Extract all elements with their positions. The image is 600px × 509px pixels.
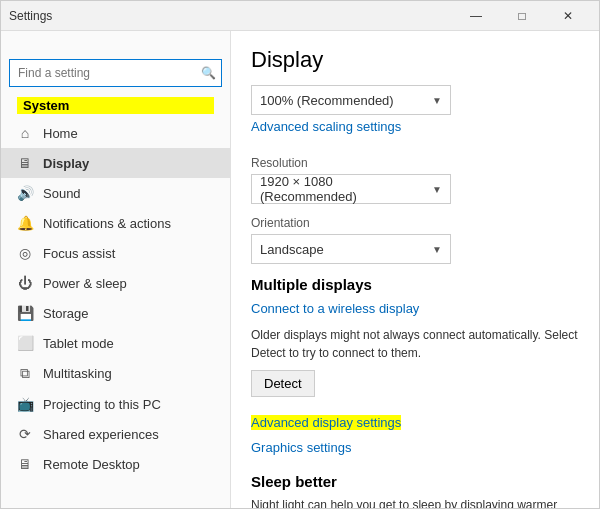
sidebar-item-shared[interactable]: ⟳ Shared experiences bbox=[1, 419, 230, 449]
sidebar-item-storage[interactable]: 💾 Storage bbox=[1, 298, 230, 328]
sidebar-item-label: Display bbox=[43, 156, 89, 171]
dropdown-arrow-icon: ▼ bbox=[432, 184, 442, 195]
resolution-section: Resolution 1920 × 1080 (Recommended) ▼ bbox=[251, 156, 579, 204]
display-icon: 🖥 bbox=[17, 155, 33, 171]
dropdown-arrow-icon: ▼ bbox=[432, 95, 442, 106]
sidebar-item-projecting[interactable]: 📺 Projecting to this PC bbox=[1, 389, 230, 419]
sidebar-item-focus[interactable]: ◎ Focus assist bbox=[1, 238, 230, 268]
notifications-icon: 🔔 bbox=[17, 215, 33, 231]
system-badge: System bbox=[17, 97, 214, 114]
sidebar-item-multitasking[interactable]: ⧉ Multitasking bbox=[1, 358, 230, 389]
window-controls: — □ ✕ bbox=[453, 1, 591, 31]
orientation-dropdown[interactable]: Landscape ▼ bbox=[251, 234, 451, 264]
dropdown-arrow-icon: ▼ bbox=[432, 244, 442, 255]
main-container: 🔍 System ⌂ Home 🖥 Display 🔊 Sound 🔔 Noti… bbox=[1, 31, 599, 508]
multiple-displays-heading: Multiple displays bbox=[251, 276, 579, 293]
sleep-better-section: Sleep better Night light can help you ge… bbox=[251, 473, 579, 508]
projecting-icon: 📺 bbox=[17, 396, 33, 412]
advanced-scaling-link[interactable]: Advanced scaling settings bbox=[251, 119, 401, 134]
title-bar: Settings — □ ✕ bbox=[1, 1, 599, 31]
resolution-value: 1920 × 1080 (Recommended) bbox=[260, 174, 432, 204]
content-panel: Display 100% (Recommended) ▼ Advanced sc… bbox=[231, 31, 599, 508]
page-title: Display bbox=[251, 47, 579, 73]
orientation-value: Landscape bbox=[260, 242, 324, 257]
sidebar-item-label: Shared experiences bbox=[43, 427, 159, 442]
orientation-label: Orientation bbox=[251, 216, 579, 230]
close-button[interactable]: ✕ bbox=[545, 1, 591, 31]
sidebar-item-tablet[interactable]: ⬜ Tablet mode bbox=[1, 328, 230, 358]
scale-value: 100% (Recommended) bbox=[260, 93, 394, 108]
sidebar-item-home[interactable]: ⌂ Home bbox=[1, 118, 230, 148]
maximize-button[interactable]: □ bbox=[499, 1, 545, 31]
minimize-button[interactable]: — bbox=[453, 1, 499, 31]
sidebar-item-label: Remote Desktop bbox=[43, 457, 140, 472]
home-icon: ⌂ bbox=[17, 125, 33, 141]
sleep-better-text: Night light can help you get to sleep by… bbox=[251, 496, 579, 508]
sidebar-item-label: Focus assist bbox=[43, 246, 115, 261]
focus-icon: ◎ bbox=[17, 245, 33, 261]
search-icon: 🔍 bbox=[201, 66, 216, 80]
sidebar-item-label: Projecting to this PC bbox=[43, 397, 161, 412]
sidebar-item-power[interactable]: ⏻ Power & sleep bbox=[1, 268, 230, 298]
settings-window: Settings — □ ✕ 🔍 System ⌂ Home 🖥 Display bbox=[0, 0, 600, 509]
sound-icon: 🔊 bbox=[17, 185, 33, 201]
sidebar-item-label: Home bbox=[43, 126, 78, 141]
sidebar-item-notifications[interactable]: 🔔 Notifications & actions bbox=[1, 208, 230, 238]
sidebar-item-label: Power & sleep bbox=[43, 276, 127, 291]
sidebar: 🔍 System ⌂ Home 🖥 Display 🔊 Sound 🔔 Noti… bbox=[1, 31, 231, 508]
sidebar-header bbox=[1, 31, 230, 55]
orientation-section: Orientation Landscape ▼ bbox=[251, 216, 579, 264]
multitasking-icon: ⧉ bbox=[17, 365, 33, 382]
remote-icon: 🖥 bbox=[17, 456, 33, 472]
detect-button[interactable]: Detect bbox=[251, 370, 315, 397]
shared-icon: ⟳ bbox=[17, 426, 33, 442]
power-icon: ⏻ bbox=[17, 275, 33, 291]
resolution-label: Resolution bbox=[251, 156, 579, 170]
older-displays-text: Older displays might not always connect … bbox=[251, 326, 579, 362]
connect-wireless-link[interactable]: Connect to a wireless display bbox=[251, 301, 419, 316]
sleep-better-heading: Sleep better bbox=[251, 473, 579, 490]
sidebar-item-label: Storage bbox=[43, 306, 89, 321]
sidebar-item-label: Notifications & actions bbox=[43, 216, 171, 231]
sidebar-item-sound[interactable]: 🔊 Sound bbox=[1, 178, 230, 208]
search-box[interactable]: 🔍 bbox=[9, 59, 222, 87]
search-input[interactable] bbox=[9, 59, 222, 87]
advanced-display-link[interactable]: Advanced display settings bbox=[251, 415, 401, 430]
tablet-icon: ⬜ bbox=[17, 335, 33, 351]
sidebar-item-label: Tablet mode bbox=[43, 336, 114, 351]
window-title: Settings bbox=[9, 9, 453, 23]
sidebar-item-label: Multitasking bbox=[43, 366, 112, 381]
sidebar-item-remote[interactable]: 🖥 Remote Desktop bbox=[1, 449, 230, 479]
storage-icon: 💾 bbox=[17, 305, 33, 321]
sidebar-item-display[interactable]: 🖥 Display bbox=[1, 148, 230, 178]
multiple-displays-section: Multiple displays Connect to a wireless … bbox=[251, 276, 579, 407]
resolution-dropdown[interactable]: 1920 × 1080 (Recommended) ▼ bbox=[251, 174, 451, 204]
sidebar-item-label: Sound bbox=[43, 186, 81, 201]
graphics-settings-link[interactable]: Graphics settings bbox=[251, 440, 351, 455]
scale-dropdown[interactable]: 100% (Recommended) ▼ bbox=[251, 85, 451, 115]
